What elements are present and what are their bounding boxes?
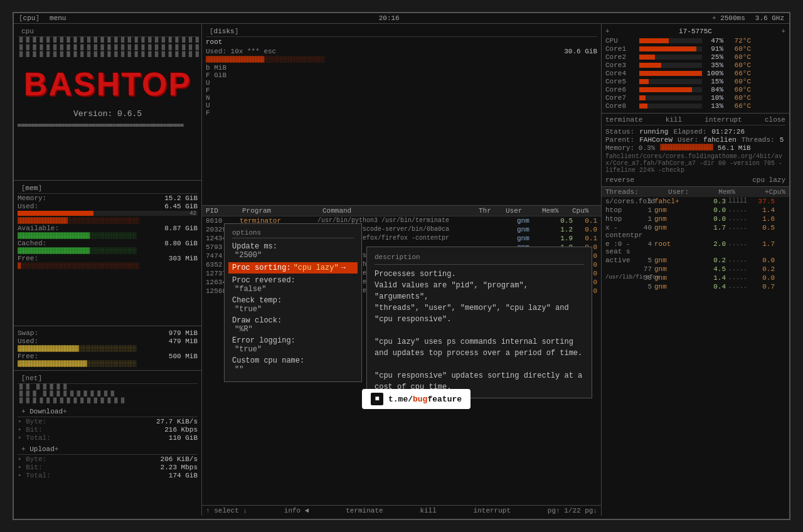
thread-cpu: 0.2 [750, 265, 775, 273]
thread-name: gnm [654, 224, 698, 239]
thread-mem: 0.4 [701, 283, 726, 290]
telegram-icon: ■ [371, 393, 383, 405]
thread-name: gnm [654, 274, 698, 282]
core6-label: Core6 [605, 86, 637, 93]
cpu-model: i7-5775C [679, 28, 712, 35]
bashtop-logo: BASHTOP [18, 61, 198, 107]
thread-mem: 0.0 [701, 215, 726, 223]
mem-cached-label: Cached: [18, 240, 46, 247]
core7-bar [639, 95, 702, 100]
clock-display: 20:16 [379, 14, 400, 22]
option-draw-clock-label: Draw clock: [232, 316, 282, 325]
mem-used-label: Used: [18, 203, 38, 210]
kill-btn[interactable]: kill [666, 116, 682, 124]
proc-header-threads: Thr [479, 207, 501, 215]
swap-free-label: Free: [18, 353, 38, 360]
thread-header-cpu: +Cpu% [765, 188, 785, 196]
thread-row: e :0 -seat s 4 root 2.0 ..... 1.7 [602, 240, 789, 256]
user-label: User: [678, 136, 698, 144]
option-check-temp-label: Check temp: [232, 296, 282, 305]
proc-header-cmd: Command [322, 207, 474, 215]
thread-n: 40 [639, 224, 652, 239]
bottom-kill[interactable]: kill [420, 507, 436, 514]
net-section: [net] ▐▌▐▌ ▐▌▐▌▐▌▐▌▐▌ ▐▌▐▌▐▌ ▐▌▐▌▐▌▐▌▐▌▐… [14, 371, 201, 516]
option-proc-sorting-val: "cpu lazy" [294, 263, 339, 272]
thread-name: gnm [654, 206, 698, 214]
proc-status-row: Status: running Elapsed: 01:27:26 [605, 128, 785, 136]
menu-label[interactable]: menu [50, 14, 66, 22]
mem-avail-label: Available: [18, 225, 59, 232]
core6-temp: 60°C [726, 86, 751, 93]
core8-pct: 13% [705, 102, 723, 110]
proc-header-user: User [506, 207, 537, 215]
mem-avail-val: 8.87 GiB [164, 225, 198, 232]
proc-user: gnm [517, 235, 548, 242]
core1-pct: 91% [705, 45, 723, 53]
option-custom-cpu[interactable]: Custom cpu name: "" [232, 356, 354, 374]
proc-cpu: 0.1 [575, 235, 597, 242]
thread-header-threads: Threads: [605, 188, 639, 196]
disk-used-label: Used: 10x *** esc [206, 48, 276, 55]
download-header: + Download+ [18, 407, 198, 417]
arrow-right-icon: → [341, 263, 346, 272]
option-update-ms[interactable]: Update ms: "2500" [232, 242, 354, 260]
thread-id: x -contentpr [605, 224, 637, 239]
net-header: [net] [18, 373, 198, 384]
download-bit-label: • Bit: [18, 426, 43, 434]
thread-n: 4 [639, 240, 652, 255]
elapsed-label: Elapsed: [673, 128, 706, 136]
thread-id: active [605, 257, 637, 264]
thread-id [605, 265, 637, 273]
upload-total-label: • Total: [18, 472, 51, 479]
thread-name: gnm [654, 283, 698, 290]
cpu-model-row: + i7-5775C + [605, 26, 785, 36]
core6-fill [639, 87, 692, 92]
cpu-label: [cpu] [19, 14, 40, 22]
thread-mem: 0.2 [701, 257, 726, 264]
bottom-terminate[interactable]: terminate [346, 507, 383, 514]
mem-used-val: 6.45 GiB [164, 203, 198, 210]
proc-header-pid: PID [206, 207, 237, 215]
core8-fill [639, 104, 647, 109]
bottom-info[interactable]: info ◄ [284, 507, 309, 514]
interrupt-btn[interactable]: interrupt [705, 116, 742, 124]
thread-extra: ..... [728, 206, 747, 214]
mem-used-bar: 42 [18, 211, 198, 216]
option-proc-sorting-selected[interactable]: Proc sorting: "cpu lazy" → [228, 262, 358, 274]
reverse-label[interactable]: reverse [605, 176, 634, 184]
thread-extra: ..... [728, 224, 747, 239]
bottom-select[interactable]: ↑ select ↓ [206, 507, 247, 514]
net-ascii-art: ▐▌▐▌ ▐▌▐▌▐▌▐▌▐▌ ▐▌▐▌▐▌ ▐▌▐▌▐▌▐▌▐▌▐▌▐▌▐▌▐… [18, 384, 198, 404]
core3-pct: 35% [705, 61, 723, 69]
bottom-interrupt[interactable]: interrupt [474, 507, 511, 514]
option-proc-reversed[interactable]: Proc reversed: "false" [232, 276, 354, 294]
upload-bit-row: • Bit: 2.23 Mbps [18, 464, 198, 471]
cpu-total-row: CPU 47% 72°C [605, 37, 785, 45]
option-draw-clock[interactable]: Draw clock: "%R" [232, 316, 354, 334]
upload-bit-label: • Bit: [18, 464, 43, 471]
option-error-logging[interactable]: Error logging: "true" [232, 336, 354, 354]
cpu-lazy-label[interactable]: cpu lazy [752, 176, 785, 184]
cpu-info-section: + i7-5775C + CPU 47% 72°C Core1 [602, 24, 789, 114]
bracket-close: + [781, 28, 785, 35]
proc-cpu: 0.1 [575, 217, 597, 225]
swap-used-label: Used: [18, 338, 38, 345]
core1-label: Core1 [605, 45, 637, 53]
cpu-ascii-art: ▐▌▐▌▐▌▐▌▐▌▐▌▐▌▐▌▐▌▐▌▐▌▐▌▐▌▐▌▐▌▐▌▐▌▐▌▐▌▐▌… [18, 37, 198, 59]
telegram-badge[interactable]: ■ t.me/bugfeature [362, 389, 471, 409]
thread-name: gnm [654, 265, 698, 273]
close-btn[interactable]: close [765, 116, 785, 124]
terminate-btn[interactable]: terminate [605, 116, 642, 124]
cpu-total-temp: 72°C [726, 37, 751, 45]
thread-extra: ..... [728, 240, 747, 255]
core1-row: Core1 91% 60°C [605, 45, 785, 53]
description-title: description [375, 252, 584, 265]
cpu-total-fill [639, 38, 669, 43]
thread-n: 1 [639, 215, 652, 223]
proc-mem: 0.5 [551, 217, 573, 225]
options-menu[interactable]: options Update ms: "2500" Proc sorting: … [224, 223, 362, 382]
description-text: Processes sorting. Valid values are "pid… [375, 269, 584, 393]
core2-bar [639, 55, 702, 60]
description-box: description Processes sorting. Valid val… [366, 247, 592, 398]
option-check-temp[interactable]: Check temp: "true" [232, 296, 354, 314]
